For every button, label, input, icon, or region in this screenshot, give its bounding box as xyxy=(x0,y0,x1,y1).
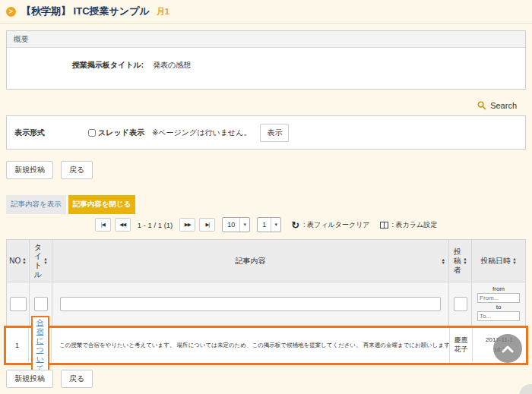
pagination-bar: |◀ ◀◀ 1 - 1 / 1 (1) ▶▶ ▶| 10 ▼ 1 ▼ ↻ : 表… xyxy=(6,217,526,232)
col-no-label: NO xyxy=(9,257,21,265)
sort-icon[interactable]: ▲▼ xyxy=(22,257,26,264)
col-header-title[interactable]: タイトル ▲▼ xyxy=(30,240,52,282)
row-no-value: 1 xyxy=(15,342,19,349)
filter-date-from-input[interactable] xyxy=(477,293,520,303)
col-content-label: 記事内容 xyxy=(236,256,266,266)
table-row: 1 合宿について この授業で合宿をやりたいと考えています。 場所については未定の… xyxy=(4,326,528,365)
row-author-cell: 慶應花子 xyxy=(450,328,473,363)
filter-date-to-input[interactable] xyxy=(477,311,520,321)
sort-icon[interactable]: ▲▼ xyxy=(442,257,445,264)
col-header-date[interactable]: 投稿日時 ▲▼ xyxy=(472,240,525,282)
col-author-label: 投稿者 xyxy=(453,247,461,275)
sort-icon[interactable]: ▲▼ xyxy=(512,257,516,264)
table-header-row: NO ▲▼ タイトル ▲▼ 記事内容 ▲▼ 投稿者 ▲▼ 投稿日時 xyxy=(6,239,526,282)
filter-content-input[interactable] xyxy=(60,297,440,311)
content-toggle-tabs: 記事内容を表示 記事内容を閉じる xyxy=(6,195,135,214)
filter-cell-content xyxy=(52,282,449,326)
corner-bubble xyxy=(519,384,532,394)
scroll-to-top-button[interactable] xyxy=(493,334,522,363)
col-header-no[interactable]: NO ▲▼ xyxy=(7,240,30,282)
page-title: 【秋学期】 ITC授業サンプル xyxy=(21,5,150,18)
col-date-label: 投稿日時 xyxy=(480,256,511,266)
column-config-label: : 表カラム設定 xyxy=(392,220,438,230)
dropdown-icon: ▼ xyxy=(239,218,249,232)
search-icon xyxy=(477,101,486,110)
overview-body: 授業掲示板タイトル: 発表の感想 xyxy=(7,48,525,71)
col-header-content[interactable]: 記事内容 ▲▼ xyxy=(52,240,449,282)
bullet-arrow-icon: > xyxy=(6,7,16,17)
sort-icon[interactable]: ▲▼ xyxy=(463,257,467,264)
row-content-cell: この授業で合宿をやりたいと考えています。 場所については未定のため、この掲示板で… xyxy=(52,328,450,363)
pagination-info: 1 - 1 / 1 (1) xyxy=(138,221,173,229)
row-no-cell: 1 xyxy=(6,328,29,363)
page-size-value: 10 xyxy=(223,221,239,229)
show-button[interactable]: 表示 xyxy=(260,124,289,142)
board-title-label: 授業掲示板タイトル: xyxy=(7,60,144,71)
col-title-label: タイトル xyxy=(33,243,42,279)
page-size-select[interactable]: 10 ▼ xyxy=(222,217,250,232)
filter-title-input[interactable] xyxy=(34,297,48,311)
table-filter-row: from to xyxy=(6,282,526,326)
table-columns-icon[interactable] xyxy=(380,222,388,229)
pagination-last-button[interactable]: ▶| xyxy=(199,218,215,232)
posts-table: NO ▲▼ タイトル ▲▼ 記事内容 ▲▼ 投稿者 ▲▼ 投稿日時 xyxy=(6,239,526,326)
filter-cell-author xyxy=(449,282,472,326)
row-content-text: この授業で合宿をやりたいと考えています。 場所については未定のため、この掲示板で… xyxy=(59,342,450,349)
top-action-bar: 新規投稿 戻る xyxy=(6,161,93,179)
board-title-value: 発表の感想 xyxy=(153,60,191,71)
pagination-next-button[interactable]: ▶▶ xyxy=(179,218,195,232)
overview-panel-title: 概要 xyxy=(7,31,525,48)
display-format-label: 表示形式 xyxy=(14,128,88,138)
page-number-value: 1 xyxy=(258,221,271,229)
tab-show-content[interactable]: 記事内容を表示 xyxy=(6,195,66,214)
filter-author-input[interactable] xyxy=(454,297,467,311)
bottom-action-bar: 新規投稿 戻る xyxy=(6,370,93,388)
paging-note: ※ページングは行いません。 xyxy=(152,128,252,138)
filter-no-input[interactable] xyxy=(10,297,27,311)
filter-to-label: to xyxy=(496,303,502,311)
filter-cell-date: from to xyxy=(472,282,525,326)
page-header: > 【秋学期】 ITC授業サンプル 月1 xyxy=(0,0,532,24)
filter-from-label: from xyxy=(492,285,505,293)
search-label: Search xyxy=(490,101,517,110)
tab-close-content[interactable]: 記事内容を閉じる xyxy=(68,195,136,214)
filter-clear-icon[interactable]: ↻ xyxy=(291,220,299,230)
pagination-prev-button[interactable]: ◀◀ xyxy=(115,218,131,232)
back-button-bottom[interactable]: 戻る xyxy=(61,370,93,388)
col-header-author[interactable]: 投稿者 ▲▼ xyxy=(449,240,472,282)
row-title-cell: 合宿について xyxy=(29,328,52,363)
overview-panel: 概要 授業掲示板タイトル: 発表の感想 xyxy=(6,30,526,90)
course-tag: 月1 xyxy=(157,6,169,17)
new-post-button-bottom[interactable]: 新規投稿 xyxy=(6,370,53,388)
thread-view-checkbox[interactable] xyxy=(88,129,96,137)
thread-view-label: スレッド表示 xyxy=(98,128,144,138)
chevron-up-icon xyxy=(501,345,515,353)
back-button-top[interactable]: 戻る xyxy=(61,161,93,179)
filter-cell-no xyxy=(7,282,30,326)
pagination-first-button[interactable]: |◀ xyxy=(95,218,111,232)
display-format-panel: 表示形式 スレッド表示 ※ページングは行いません。 表示 xyxy=(6,115,526,150)
sort-icon[interactable]: ▲▼ xyxy=(43,257,47,264)
post-title-link[interactable]: 合宿について xyxy=(31,316,49,374)
dropdown-icon: ▼ xyxy=(271,218,280,232)
new-post-button-top[interactable]: 新規投稿 xyxy=(6,161,53,179)
row-author-value: 慶應花子 xyxy=(451,336,470,354)
search-heading: Search xyxy=(477,101,517,110)
page-number-select[interactable]: 1 ▼ xyxy=(257,217,281,232)
filter-clear-label: : 表フィルタークリア xyxy=(303,220,369,230)
